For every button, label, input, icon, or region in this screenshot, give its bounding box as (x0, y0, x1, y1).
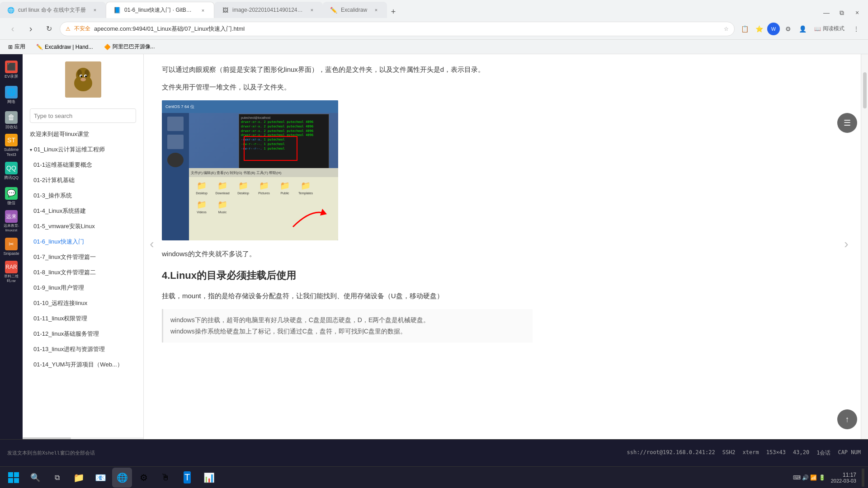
extensions-icon[interactable]: W (767, 23, 780, 35)
minimize-button[interactable]: — (819, 7, 834, 18)
img-icon2 (167, 135, 184, 149)
app1-button[interactable]: 🖱 (156, 468, 175, 488)
nav-item-01-14[interactable]: 01-14_YUM与开源项目（Web...） (23, 357, 143, 372)
scrollbar-thumb-right[interactable] (863, 72, 867, 108)
cols-rows: 153×43 (766, 449, 786, 457)
nav-item-01-10[interactable]: 01-10_远程连接linux (23, 296, 143, 311)
tab1-label: curl linux 命令 在线中文手册 (18, 6, 86, 14)
desktop-icon-rar[interactable]: RAR 草料二维码.rar (1, 260, 21, 284)
img-icon1 (167, 117, 184, 131)
app3-button[interactable]: 📊 (199, 468, 219, 488)
task-view-button[interactable]: ⧉ (47, 468, 67, 488)
img-folder-8-icon: 📁 (217, 200, 227, 210)
tab3-close[interactable]: × (308, 6, 316, 14)
tab-image[interactable]: 🖼 image-20220104114901241.p... × (214, 2, 323, 18)
windows-logo-tl (8, 472, 13, 477)
page-action-icon[interactable]: 📋 (738, 23, 751, 35)
tab4-close[interactable]: × (373, 6, 380, 14)
terminal-bar: 发送文本到当前Xshell窗口的全部会话 ssh://root@192.168.… (0, 439, 868, 466)
browser-button[interactable]: 🌐 (112, 468, 132, 488)
profile-icon[interactable]: 👤 (796, 23, 809, 35)
img-folder-1-label: Desktop (196, 192, 208, 195)
search-input[interactable] (30, 108, 136, 123)
nav-item-01-4[interactable]: 01-4_Linux系统搭建 (23, 203, 143, 219)
back-button[interactable]: ‹ (5, 22, 20, 36)
app2-button[interactable]: T (177, 468, 197, 488)
file-explorer-button[interactable]: 📁 (69, 468, 89, 488)
bookmark-apps[interactable]: ⊞ 应用 (5, 42, 28, 52)
nav-next-arrow[interactable]: › (838, 236, 854, 252)
address-bar[interactable]: ⚠ 不安全 apecome.com:9494/01_Linux基础/07_Lin… (60, 22, 735, 36)
nav-welcome[interactable]: 欢迎来到超哥linux课堂 (23, 127, 143, 142)
scrollbar-track[interactable] (23, 437, 143, 439)
mail-icon: 📧 (95, 472, 106, 483)
restore-button[interactable]: ⧉ (835, 7, 849, 18)
network-icon: 🌐 (5, 86, 18, 99)
ev-icon: ⬛ (5, 61, 18, 73)
desktop-icon-trash[interactable]: 🗑 回收站 (1, 108, 21, 132)
new-tab-button[interactable]: + (387, 5, 400, 18)
desktop-icon-wechat[interactable]: 💬 微信 (1, 184, 21, 208)
desktop-icon-qq[interactable]: QQ 腾讯QQ (1, 159, 21, 183)
terminal-prompt-text: 发送文本到当前Xshell窗口的全部会话 (7, 450, 95, 456)
menu-button[interactable]: ⋮ (850, 23, 863, 35)
nav-item-01-5[interactable]: 01-5_vmware安装Linux (23, 219, 143, 234)
nav-item-01-2[interactable]: 01-2计算机基础 (23, 173, 143, 188)
sublime-icon: ST (5, 134, 18, 146)
bookmark-star-icon[interactable]: ⭐ (753, 23, 765, 35)
tab2-close[interactable]: × (199, 7, 207, 14)
tab1-close[interactable]: × (91, 6, 99, 14)
img-folder-2: 📁 Download (213, 181, 231, 197)
reload-button[interactable]: ↻ (42, 22, 56, 36)
para3: windows的文件夹就不多说了。 (162, 248, 533, 260)
quote1: windows下的挂载，超哥的电脑里有好几块硬盘，C盘是固态硬盘，D，E两个盘是… (170, 314, 525, 326)
scroll-up-button[interactable]: ↑ (837, 409, 857, 429)
nav-item-01-6[interactable]: 01-6_linux快速入门 (23, 234, 143, 249)
tab-excalidraw[interactable]: ✏️ Excalidraw × (323, 2, 387, 18)
settings-taskbar-button[interactable]: ⚙ (134, 468, 154, 488)
forward-button[interactable]: › (24, 22, 38, 36)
mail-button[interactable]: 📧 (90, 468, 110, 488)
nav-item-01-1[interactable]: 01-1运维基础重要概念 (23, 157, 143, 173)
desktop-icon-network[interactable]: 🌐 网络 (1, 83, 21, 107)
nav-item-01-8[interactable]: 01-8_linux文件管理篇二 (23, 265, 143, 280)
bookmark-alibaba[interactable]: 🔶 阿里巴巴开源像... (101, 42, 158, 52)
start-button[interactable] (4, 468, 24, 488)
right-scrollbar[interactable] (861, 54, 868, 439)
reading-mode-button[interactable]: 📖 阅读模式 (811, 23, 848, 34)
settings-icon[interactable]: ⚙ (782, 23, 794, 35)
close-button[interactable]: × (850, 7, 864, 18)
chevron-down-icon: ▾ (30, 147, 32, 152)
nav-item-01-12[interactable]: 01-12_linux基础服务管理 (23, 326, 143, 342)
ssh-label: SSH2 (722, 449, 736, 457)
tab-gitbook[interactable]: 📘 01-6_linux快速入门 · GitBook × (106, 2, 214, 18)
desktop-icon-yuanlaiedu[interactable]: 远来 远来教育-linuxzst (1, 210, 21, 233)
bookmarks-bar: ⊞ 应用 ✏️ Excalidraw | Hand... 🔶 阿里巴巴开源像..… (0, 40, 868, 54)
windows-logo-bl (8, 478, 13, 483)
main-content: 可以通过肉眼观察（前提是安装了图形化linux界面），蓝色的是文件夹，以及文件属… (144, 54, 861, 439)
scrollbar-thumb[interactable] (23, 437, 71, 439)
show-desktop-button[interactable] (862, 469, 864, 487)
bookmark-excalidraw[interactable]: ✏️ Excalidraw | Hand... (33, 43, 96, 51)
desktop-icon-snipaste[interactable]: ✂ Snipaste (1, 235, 21, 258)
img-folder-5-icon: 📁 (280, 181, 290, 191)
nav-item-01-7[interactable]: 01-7_linux文件管理篇一 (23, 249, 143, 265)
nav-prev-arrow[interactable]: ‹ (144, 236, 160, 252)
float-menu-button[interactable]: ☰ (837, 113, 857, 133)
tab-curl[interactable]: 🌐 curl linux 命令 在线中文手册 × (0, 2, 106, 18)
nav-item-01-13[interactable]: 01-13_linux进程与资源管理 (23, 342, 143, 357)
star-icon[interactable]: ☆ (724, 26, 729, 32)
ev-label: EV录屏 (5, 74, 18, 79)
img-folder-4-icon: 📁 (259, 181, 269, 191)
desktop-icon-sublime[interactable]: ST Sublime Text3 (1, 134, 21, 157)
img-annotation-arrow (284, 200, 329, 231)
wechat-label: 微信 (7, 201, 15, 206)
bookmark-excalidraw-label: Excalidraw | Hand... (45, 44, 93, 50)
search-button[interactable]: 🔍 (25, 468, 45, 488)
nav-item-01-9[interactable]: 01-9_linux用户管理 (23, 280, 143, 296)
desktop-icon-ev[interactable]: ⬛ EV录屏 (1, 58, 21, 81)
nav-item-parent-01[interactable]: ▾ 01_Linux云计算运维工程师 (23, 142, 143, 157)
nav-item-01-3[interactable]: 01-3_操作系统 (23, 188, 143, 203)
nav-item-01-11[interactable]: 01-11_linux权限管理 (23, 311, 143, 326)
settings-taskbar-icon: ⚙ (140, 472, 148, 483)
